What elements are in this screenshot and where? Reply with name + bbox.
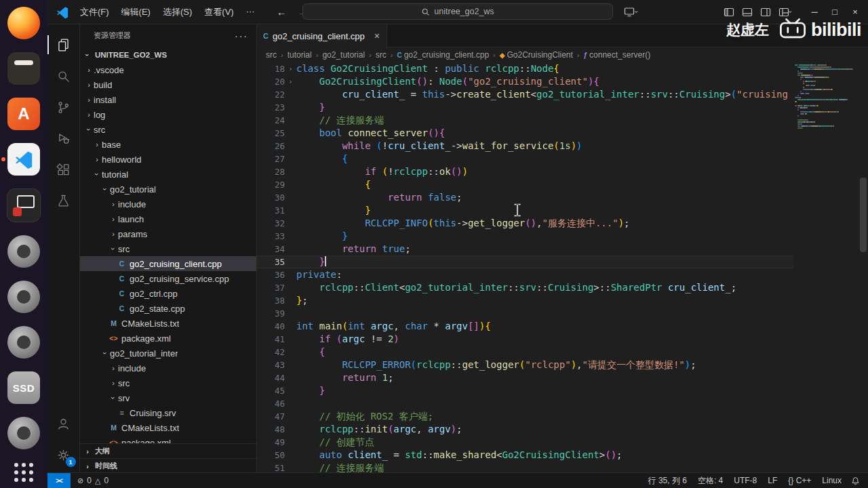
status-item[interactable]: LF [768, 476, 777, 485]
activity-account-icon[interactable] [47, 408, 80, 439]
menubar-item[interactable]: 选择(S) [157, 3, 197, 21]
outline-section-header[interactable]: › 大纲 [80, 443, 256, 458]
tree-item-package.xml[interactable]: <>package.xml [80, 331, 256, 346]
menubar-item[interactable]: 编辑(E) [116, 3, 156, 21]
code-line[interactable]: 36private: [256, 268, 859, 281]
tree-item-go2_tutorial_inter[interactable]: ›go2_tutorial_inter [80, 346, 256, 361]
breadcrumb-item[interactable]: tutorial [288, 50, 312, 60]
breadcrumb-item[interactable]: ◆Go2CruisingClient [500, 50, 573, 60]
tree-item-base[interactable]: ›base [80, 137, 256, 152]
tree-item-srv[interactable]: ›srv [80, 390, 256, 405]
minimize-button[interactable]: ─ [804, 0, 825, 24]
tree-item-src[interactable]: ›src [80, 241, 256, 256]
code-editor[interactable]: 18›class Go2CruisingClient : public rclc… [256, 62, 859, 473]
dock-dark-app-icon[interactable] [7, 52, 40, 85]
status-item[interactable]: 行 35, 列 6 [648, 475, 687, 487]
code-line[interactable]: 44 return 1; [256, 371, 859, 384]
tree-item-CMakeLists.txt[interactable]: MCMakeLists.txt [80, 420, 256, 435]
code-line[interactable]: 25 bool connect_server(){ [256, 127, 859, 140]
code-line[interactable]: 50 auto client_ = std::make_shared<Go2Cr… [256, 449, 859, 462]
screen-share-icon[interactable]: › [624, 6, 637, 17]
tree-item-params[interactable]: ›params [80, 226, 256, 241]
notifications-bell-icon[interactable] [851, 476, 860, 485]
tab-close-icon[interactable]: × [374, 30, 380, 41]
code-line[interactable]: 23 } [256, 101, 859, 114]
code-line[interactable]: 33 } [256, 230, 859, 243]
dock-gray-app-1-icon[interactable] [7, 235, 40, 268]
activity-search-icon[interactable] [47, 60, 80, 92]
code-line[interactable]: 29 { [256, 178, 859, 191]
tree-item-build[interactable]: ›build [80, 77, 256, 92]
code-line[interactable]: 34 return true; [256, 243, 859, 256]
tree-item-go2_state.cpp[interactable]: Cgo2_state.cpp [80, 301, 256, 316]
dock-gray-app-2-icon[interactable] [7, 281, 40, 313]
code-line[interactable]: 47 // 初始化 ROS2 客户端; [256, 410, 859, 423]
code-line[interactable]: 31 } [256, 204, 859, 217]
dock-vscode-icon[interactable] [7, 143, 40, 176]
tree-item-tutorial[interactable]: ›tutorial [80, 167, 256, 182]
dock-firefox-icon[interactable] [7, 7, 40, 39]
code-line[interactable]: 26 while (!cru_client_->wait_for_service… [256, 140, 859, 152]
dock-recorder-app-icon[interactable] [7, 188, 41, 222]
dock-show-apps-icon[interactable] [7, 462, 40, 483]
toggle-primary-sidebar-icon[interactable] [724, 7, 734, 18]
dock-ssd-drive-icon[interactable]: SSD [7, 371, 40, 404]
code-line[interactable]: 18›class Go2CruisingClient : public rclc… [256, 62, 859, 75]
code-line[interactable]: 51 // 连接服务端 [256, 462, 859, 473]
tree-item-install[interactable]: ›install [80, 92, 256, 107]
activity-run-debug-icon[interactable] [47, 123, 80, 154]
dock-gray-app-3-icon[interactable] [7, 326, 40, 359]
vertical-scrollbar[interactable] [859, 62, 868, 473]
code-line[interactable]: 45 } [256, 384, 859, 397]
tree-item-CMakeLists.txt[interactable]: MCMakeLists.txt [80, 316, 256, 331]
status-item[interactable]: {} C++ [788, 476, 811, 485]
activity-source-control-icon[interactable] [47, 92, 80, 123]
close-button[interactable]: × [845, 0, 865, 24]
code-line[interactable]: 27 { [256, 152, 859, 165]
activity-extensions-icon[interactable] [47, 154, 80, 185]
code-line[interactable]: 32 RCLCPP_INFO(this->get_logger(),"服务连接中… [256, 217, 859, 230]
status-item[interactable]: 空格: 4 [698, 475, 723, 487]
status-item[interactable]: UTF-8 [734, 476, 757, 485]
minimap[interactable] [793, 62, 859, 473]
tree-item-launch[interactable]: ›launch [80, 211, 256, 226]
breadcrumb-item[interactable]: src [376, 50, 387, 60]
customize-layout-icon[interactable]: › [778, 7, 791, 18]
toggle-secondary-sidebar-icon[interactable] [760, 7, 771, 18]
maximize-button[interactable]: □ [825, 0, 845, 24]
code-line[interactable]: 38}; [256, 294, 859, 307]
remote-indicator[interactable]: >< [47, 473, 71, 488]
code-line[interactable]: 37 rclcpp::Client<go2_tutorial_inter::sr… [256, 281, 859, 294]
tree-item-include[interactable]: ›include [80, 197, 256, 211]
workspace-root-folder[interactable]: › UNITREE_GO2_WS [80, 47, 256, 62]
tree-item-include[interactable]: ›include [80, 361, 256, 375]
code-line[interactable]: 43 RCLCPP_ERROR(rclcpp::get_logger("rclc… [256, 359, 859, 371]
tree-item-go2_tutorial[interactable]: ›go2_tutorial [80, 182, 256, 197]
nav-back-button[interactable]: ← [277, 6, 287, 18]
tree-item-go2_ctrl.cpp[interactable]: Cgo2_ctrl.cpp [80, 286, 256, 301]
dock-gray-app-4-icon[interactable] [7, 417, 40, 449]
menubar-item[interactable]: ··· [241, 3, 260, 21]
code-line[interactable]: 40int main(int argc, char * argv[]){ [256, 320, 859, 333]
tab-go2-cruising-client[interactable]: C go2_cruising_client.cpp × [256, 24, 387, 47]
tree-item-Cruising.srv[interactable]: ≡Cruising.srv [80, 405, 256, 420]
code-line[interactable]: 41 if (argc != 2) [256, 333, 859, 346]
dock-orange-app-icon[interactable]: A [7, 98, 40, 130]
problems-status[interactable]: ⊘ 0 △ 0 [71, 476, 115, 485]
tree-item-log[interactable]: ›log [80, 107, 256, 122]
menubar-item[interactable]: 查看(V) [199, 3, 239, 21]
command-center-search[interactable]: unitree_go2_ws [302, 3, 613, 20]
code-line[interactable]: 20› Go2CruisingClient(): Node("go2_cruis… [256, 75, 859, 88]
code-line[interactable]: 28 if (!rclcpp::ok()) [256, 165, 859, 178]
tree-item-src[interactable]: ›src [80, 375, 256, 390]
code-line[interactable]: 22 cru_client_ = this->create_client<go2… [256, 88, 859, 101]
code-line[interactable]: 46 [256, 397, 859, 410]
code-line[interactable]: 39 [256, 307, 859, 320]
code-line[interactable]: 42 { [256, 346, 859, 359]
code-line[interactable]: 48 rclcpp::init(argc, argv); [256, 423, 859, 436]
timeline-section-header[interactable]: › 时间线 [80, 458, 256, 473]
activity-testing-icon[interactable] [47, 185, 80, 216]
tree-item-go2_cruising_client.cpp[interactable]: Cgo2_cruising_client.cpp [80, 256, 256, 271]
menubar-item[interactable]: 文件(F) [75, 3, 115, 21]
activity-explorer-icon[interactable] [47, 29, 80, 60]
